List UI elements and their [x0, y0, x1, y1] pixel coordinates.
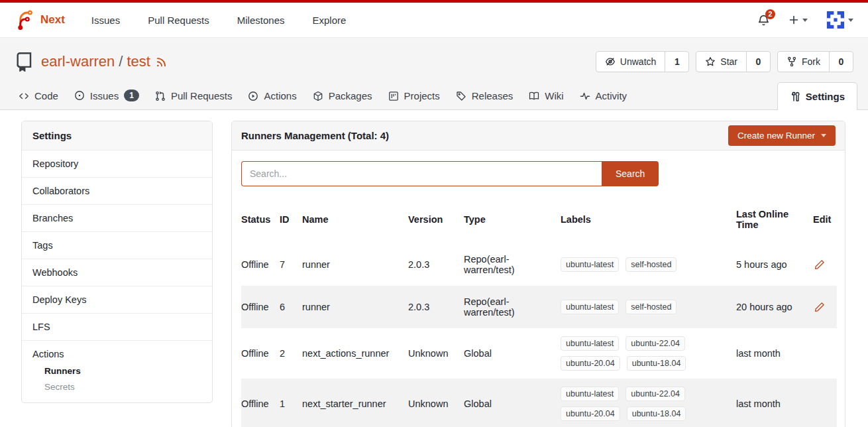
runner-label-badge: ubuntu-latest — [561, 387, 619, 401]
runner-label-badge: self-hosted — [625, 257, 677, 272]
sidebar-group-actions: Actions Runners Secrets — [22, 340, 212, 402]
edit-runner-button[interactable] — [813, 300, 826, 314]
sidebar-item-webhooks[interactable]: Webhooks — [22, 259, 212, 286]
runner-id: 1 — [280, 379, 302, 427]
repo-book-icon — [15, 52, 34, 72]
tab-activity-label: Activity — [596, 90, 627, 101]
repo-separator: / — [119, 53, 123, 70]
tab-projects-label: Projects — [404, 90, 440, 101]
nav-item-explore[interactable]: Explore — [312, 15, 346, 26]
runner-type: Repo(earl-warren/test) — [464, 243, 561, 286]
runner-last-online: last month — [736, 379, 813, 427]
sidebar-item-lfs[interactable]: LFS — [22, 313, 212, 340]
pulse-icon — [580, 91, 590, 101]
brand-home-link[interactable]: Next — [15, 10, 65, 30]
tab-wiki[interactable]: Wiki — [521, 82, 571, 109]
issue-opened-icon — [74, 90, 85, 101]
sidebar-item-collaborators[interactable]: Collaborators — [22, 177, 212, 204]
watchers-count[interactable]: 1 — [665, 52, 688, 72]
unwatch-button[interactable]: Unwatch — [596, 52, 665, 72]
star-icon — [705, 56, 716, 67]
runner-version: Unknown — [408, 379, 464, 427]
tag-icon — [456, 91, 466, 101]
col-edit: Edit — [813, 196, 837, 243]
col-status: Status — [241, 196, 280, 243]
tab-actions-label: Actions — [264, 90, 296, 101]
sidebar-item-tags[interactable]: Tags — [22, 231, 212, 259]
tools-icon — [790, 91, 800, 102]
tab-projects[interactable]: Projects — [380, 82, 448, 109]
repo-action-buttons: Unwatch 1 Star 0 — [596, 51, 853, 72]
tab-packages[interactable]: Packages — [305, 82, 380, 109]
runner-name: runner — [302, 243, 408, 286]
package-icon — [313, 91, 323, 101]
sidebar-title: Settings — [22, 121, 212, 150]
runner-label-badge: ubuntu-latest — [561, 336, 619, 351]
tab-code[interactable]: Code — [11, 82, 66, 109]
notification-count-badge: 2 — [765, 9, 775, 19]
runner-last-online: last month — [736, 328, 813, 379]
runner-labels: ubuntu-latest ubuntu-22.04 ubuntu-20.04 … — [561, 336, 726, 371]
rss-icon[interactable] — [156, 56, 168, 68]
runner-search-button[interactable]: Search — [602, 161, 659, 186]
tab-actions[interactable]: Actions — [240, 82, 304, 109]
sidebar-item-deploy-keys[interactable]: Deploy Keys — [22, 286, 212, 313]
tab-activity[interactable]: Activity — [572, 82, 635, 109]
tab-settings[interactable]: Settings — [777, 82, 857, 110]
forks-count[interactable]: 0 — [829, 52, 853, 72]
create-new-runner-button[interactable]: Create new Runner — [728, 125, 836, 146]
edit-runner-button[interactable] — [813, 258, 826, 271]
runner-status: Offline — [241, 243, 280, 286]
runner-last-online: 20 hours ago — [736, 286, 813, 328]
git-fork-icon — [787, 56, 797, 67]
col-version: Version — [408, 196, 464, 243]
star-button[interactable]: Star — [696, 52, 746, 72]
runner-label-badge: ubuntu-latest — [561, 300, 619, 314]
nav-item-milestones[interactable]: Milestones — [237, 15, 285, 26]
sidebar-item-actions[interactable]: Actions — [32, 349, 201, 359]
notifications-button[interactable]: 2 — [757, 14, 770, 27]
fork-button[interactable]: Fork — [778, 52, 829, 72]
runner-status: Offline — [241, 328, 280, 379]
col-last-online: Last Online Time — [736, 196, 813, 243]
user-menu-dropdown[interactable] — [826, 11, 853, 29]
caret-down-icon — [848, 19, 853, 22]
create-new-dropdown[interactable] — [788, 15, 808, 25]
col-id: ID — [280, 196, 302, 243]
nav-item-pull-requests[interactable]: Pull Requests — [148, 15, 209, 26]
tab-issues-label: Issues — [90, 90, 119, 101]
runner-label-badge: ubuntu-18.04 — [627, 406, 686, 421]
runner-status: Offline — [241, 379, 280, 427]
runner-label-badge: ubuntu-18.04 — [627, 356, 686, 371]
runner-search-row: Search — [232, 151, 845, 196]
tab-pull-requests[interactable]: Pull Requests — [147, 82, 241, 109]
nav-item-issues[interactable]: Issues — [91, 15, 120, 26]
stars-count[interactable]: 0 — [746, 52, 770, 72]
runner-type: Repo(earl-warren/test) — [464, 286, 561, 328]
runner-label-badge: ubuntu-22.04 — [625, 336, 685, 351]
tab-packages-label: Packages — [329, 90, 372, 101]
runner-search-input[interactable] — [241, 161, 602, 186]
sidebar-item-runners[interactable]: Runners — [44, 366, 201, 376]
repo-header-zone: earl-warren/test — [0, 38, 868, 110]
repo-owner-link[interactable]: earl-warren — [41, 53, 115, 70]
top-navbar: Next Issues Pull Requests Milestones Exp… — [0, 3, 868, 38]
play-circle-icon — [248, 91, 258, 101]
runner-version: 2.0.3 — [408, 243, 464, 286]
sidebar-item-repository[interactable]: Repository — [22, 150, 212, 177]
tab-wiki-label: Wiki — [545, 90, 563, 101]
sidebar-item-secrets[interactable]: Secrets — [44, 382, 201, 392]
runner-last-online: 5 hours ago — [736, 243, 813, 286]
tab-releases[interactable]: Releases — [448, 82, 521, 109]
tab-issues[interactable]: Issues 1 — [66, 82, 147, 109]
runner-name: runner — [302, 286, 408, 328]
settings-sidebar: Settings Repository Collaborators Branch… — [21, 121, 213, 403]
runner-label-badge: ubuntu-20.04 — [561, 406, 620, 421]
caret-down-icon — [821, 134, 826, 137]
repo-name-link[interactable]: test — [127, 53, 150, 70]
forgejo-logo-icon — [15, 10, 34, 30]
runner-type: Global — [464, 379, 561, 427]
sidebar-item-branches[interactable]: Branches — [22, 204, 212, 231]
user-avatar — [826, 11, 845, 29]
fork-button-group: Fork 0 — [777, 51, 853, 72]
